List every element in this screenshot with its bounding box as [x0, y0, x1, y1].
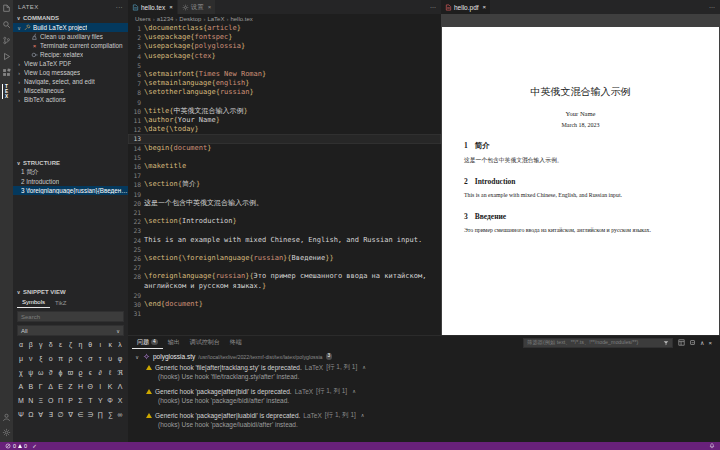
explorer-icon[interactable]	[2, 4, 11, 13]
pdf-more-actions-icon[interactable]: ···	[704, 0, 720, 14]
chevron-up-icon[interactable]: ∧	[361, 412, 365, 418]
symbol-cell[interactable]: ∋	[85, 410, 95, 419]
snippet-tab-tikz[interactable]: TikZ	[50, 297, 71, 308]
symbol-cell[interactable]: Σ	[75, 396, 85, 405]
source-control-icon[interactable]	[2, 36, 11, 45]
bell-icon[interactable]	[709, 443, 715, 449]
symbol-cell[interactable]: ς	[75, 354, 85, 363]
account-icon[interactable]	[2, 413, 11, 422]
problem-row[interactable]: Generic hook 'package|after|luabidi' is …	[128, 410, 720, 420]
symbol-cell[interactable]: Η	[75, 382, 85, 391]
symbol-cell[interactable]: Ω	[26, 410, 36, 419]
symbol-cell[interactable]: Τ	[85, 396, 95, 405]
tab-settings[interactable]: 设置×	[178, 0, 217, 14]
snippet-category-select[interactable]: All ∨	[17, 325, 124, 336]
symbol-cell[interactable]: Θ	[85, 382, 95, 391]
symbol-cell[interactable]: η	[75, 340, 85, 349]
run-debug-icon[interactable]	[2, 52, 11, 61]
symbol-cell[interactable]: ϕ	[56, 368, 66, 377]
symbol-cell[interactable]: λ	[115, 340, 125, 349]
symbol-cell[interactable]: δ	[46, 340, 56, 349]
snippet-section-header[interactable]: ∨ SNIPPET VIEW	[13, 287, 128, 297]
sidebar-item-structure-item-1[interactable]: 1 简介	[13, 168, 128, 177]
symbol-cell[interactable]: Ε	[56, 382, 66, 391]
symbol-cell[interactable]: Ζ	[66, 382, 76, 391]
symbol-cell[interactable]: ϱ	[75, 368, 85, 377]
symbol-cell[interactable]: τ	[95, 354, 105, 363]
symbol-cell[interactable]: ∏	[95, 410, 105, 419]
sidebar-item-clean-auxiliary-files[interactable]: Clean up auxiliary files	[13, 32, 128, 41]
symbol-cell[interactable]: σ	[85, 354, 95, 363]
symbol-cell[interactable]: ψ	[26, 368, 36, 377]
symbol-cell[interactable]: Μ	[16, 396, 26, 405]
problems-file-row[interactable]: ∨polyglossia.sty/usr/local/texlive/2022/…	[128, 351, 720, 362]
symbol-cell[interactable]: ∞	[115, 410, 125, 419]
sidebar-item-bibtex-actions[interactable]: ›BibTeX actions	[13, 95, 128, 104]
symbol-cell[interactable]: ο	[46, 354, 56, 363]
panel-tab-terminal[interactable]: 终端	[225, 336, 247, 349]
problem-row[interactable]: Generic hook 'package|after|bidi' is dep…	[128, 386, 720, 396]
search-icon[interactable]	[2, 20, 11, 29]
symbol-cell[interactable]: Ν	[26, 396, 36, 405]
symbol-cell[interactable]: ϖ	[66, 368, 76, 377]
symbol-cell[interactable]: Ο	[46, 396, 56, 405]
breadcrumb-item[interactable]: a1234	[157, 16, 174, 22]
panel-tab-debug-console[interactable]: 调试控制台	[185, 336, 225, 349]
sidebar-item-recipe-xelatex[interactable]: Recipe: xelatex	[13, 50, 128, 59]
sidebar-item-structure-item-2[interactable]: 2 Introduction	[13, 177, 128, 186]
symbol-cell[interactable]: Κ	[105, 382, 115, 391]
settings-gear-icon[interactable]	[2, 428, 11, 437]
extensions-icon[interactable]	[2, 68, 11, 77]
symbol-cell[interactable]: ν	[26, 354, 36, 363]
symbol-cell[interactable]: Π	[56, 396, 66, 405]
snippet-tab-symbols[interactable]: Symbols	[17, 297, 50, 308]
sidebar-item-miscellaneous[interactable]: ›Miscellaneous	[13, 86, 128, 95]
breadcrumb-item[interactable]: Users	[135, 16, 151, 22]
symbol-cell[interactable]: ϑ	[46, 368, 56, 377]
symbol-cell[interactable]: ∂	[95, 368, 105, 377]
symbol-cell[interactable]: Γ	[36, 382, 46, 391]
symbol-cell[interactable]: Α	[16, 382, 26, 391]
table-view-icon[interactable]	[678, 339, 685, 346]
editor-more-actions-icon[interactable]: ···	[425, 0, 441, 14]
symbol-cell[interactable]: ∀	[36, 410, 46, 419]
symbol-cell[interactable]: φ	[115, 354, 125, 363]
chevron-up-icon[interactable]: ∧	[362, 364, 366, 370]
sidebar-item-terminate-compilation[interactable]: ×Terminate current compilation	[13, 41, 128, 50]
commands-section-header[interactable]: ∨ COMMANDS	[13, 13, 128, 23]
close-icon[interactable]: ×	[208, 4, 212, 10]
symbol-cell[interactable]: ξ	[36, 354, 46, 363]
symbol-cell[interactable]: Υ	[95, 396, 105, 405]
symbol-cell[interactable]: θ	[85, 340, 95, 349]
symbol-cell[interactable]: Ρ	[66, 396, 76, 405]
close-panel-icon[interactable]: ×	[708, 340, 712, 346]
symbol-cell[interactable]: ∈	[75, 410, 85, 419]
symbol-cell[interactable]: Ψ	[16, 410, 26, 419]
latex-build-status[interactable]: ✓	[32, 443, 37, 449]
latex-workshop-icon[interactable]: TEX	[2, 84, 9, 99]
symbol-cell[interactable]: ℜ	[115, 368, 125, 377]
symbol-cell[interactable]: Β	[26, 382, 36, 391]
symbol-cell[interactable]: μ	[16, 354, 26, 363]
sidebar-item-view-log-messages[interactable]: ›View Log messages	[13, 68, 128, 77]
collapse-all-icon[interactable]	[689, 339, 696, 346]
close-icon[interactable]: ×	[169, 4, 173, 10]
sidebar-item-structure-item-3[interactable]: 3 \foreignlanguage{russian}{Введение}	[13, 186, 128, 195]
close-icon[interactable]: ×	[483, 4, 487, 10]
symbol-cell[interactable]: ρ	[66, 354, 76, 363]
symbol-cell[interactable]: ϵ	[85, 368, 95, 377]
tab-hello-pdf[interactable]: hello.pdf ×	[441, 0, 491, 14]
symbol-cell[interactable]: γ	[36, 340, 46, 349]
problems-filter-input[interactable]: 筛选器(例如 text、**/*.ts、!**/node_modules/**)	[523, 338, 673, 348]
structure-section-header[interactable]: ∨ STRUCTURE	[13, 158, 128, 168]
more-actions-icon[interactable]: ···	[116, 4, 123, 10]
symbol-cell[interactable]: υ	[105, 354, 115, 363]
editor-code[interactable]: 1\documentclass{article}2\usepackage{fon…	[128, 23, 441, 335]
symbol-cell[interactable]: ζ	[66, 340, 76, 349]
symbol-cell[interactable]: β	[26, 340, 36, 349]
panel-tab-problems[interactable]: 问题4	[132, 336, 163, 349]
tab-hello-tex[interactable]: hello.tex×	[128, 0, 178, 14]
pdf-viewer[interactable]: 中英俄文混合输入示例 Your Name March 18, 2023 1简介这…	[441, 14, 720, 335]
sidebar-item-navigate-select-edit[interactable]: ›Navigate, select, and edit	[13, 77, 128, 86]
sidebar-item-view-latex-pdf[interactable]: ›View LaTeX PDF	[13, 59, 128, 68]
